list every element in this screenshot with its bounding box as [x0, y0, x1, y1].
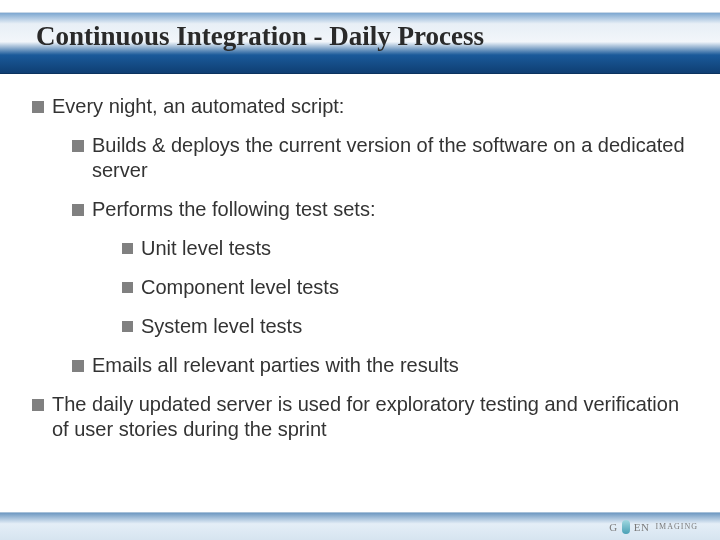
- bullet-text: Emails all relevant parties with the res…: [92, 353, 696, 378]
- square-bullet-icon: [72, 140, 84, 152]
- title-band: Continuous Integration - Daily Process: [0, 12, 720, 74]
- footer-bar: G EN IMAGING: [0, 512, 720, 540]
- bullet-text: Performs the following test sets:: [92, 197, 696, 222]
- pill-icon: [622, 520, 630, 534]
- slide-content: Every night, an automated script: Builds…: [32, 94, 696, 500]
- square-bullet-icon: [122, 321, 133, 332]
- brand-subtext: IMAGING: [655, 522, 698, 531]
- slide-title: Continuous Integration - Daily Process: [36, 21, 484, 52]
- bullet-level3: System level tests: [122, 314, 696, 339]
- bullet-level3: Unit level tests: [122, 236, 696, 261]
- square-bullet-icon: [32, 399, 44, 411]
- square-bullet-icon: [32, 101, 44, 113]
- bullet-level2: Builds & deploys the current version of …: [72, 133, 696, 183]
- bullet-text: System level tests: [141, 314, 696, 339]
- bullet-text: Every night, an automated script:: [52, 94, 696, 119]
- square-bullet-icon: [122, 243, 133, 254]
- bullet-text: The daily updated server is used for exp…: [52, 392, 696, 442]
- bullet-level1: The daily updated server is used for exp…: [32, 392, 696, 442]
- square-bullet-icon: [122, 282, 133, 293]
- square-bullet-icon: [72, 204, 84, 216]
- bullet-level1: Every night, an automated script:: [32, 94, 696, 119]
- brand-logo: G EN IMAGING: [609, 520, 698, 534]
- slide: Continuous Integration - Daily Process E…: [0, 0, 720, 540]
- brand-text-right: EN: [634, 521, 650, 533]
- square-bullet-icon: [72, 360, 84, 372]
- bullet-text: Component level tests: [141, 275, 696, 300]
- bullet-level2: Emails all relevant parties with the res…: [72, 353, 696, 378]
- bullet-level3: Component level tests: [122, 275, 696, 300]
- bullet-text: Builds & deploys the current version of …: [92, 133, 696, 183]
- bullet-text: Unit level tests: [141, 236, 696, 261]
- bullet-level2: Performs the following test sets:: [72, 197, 696, 222]
- brand-text-left: G: [609, 521, 617, 533]
